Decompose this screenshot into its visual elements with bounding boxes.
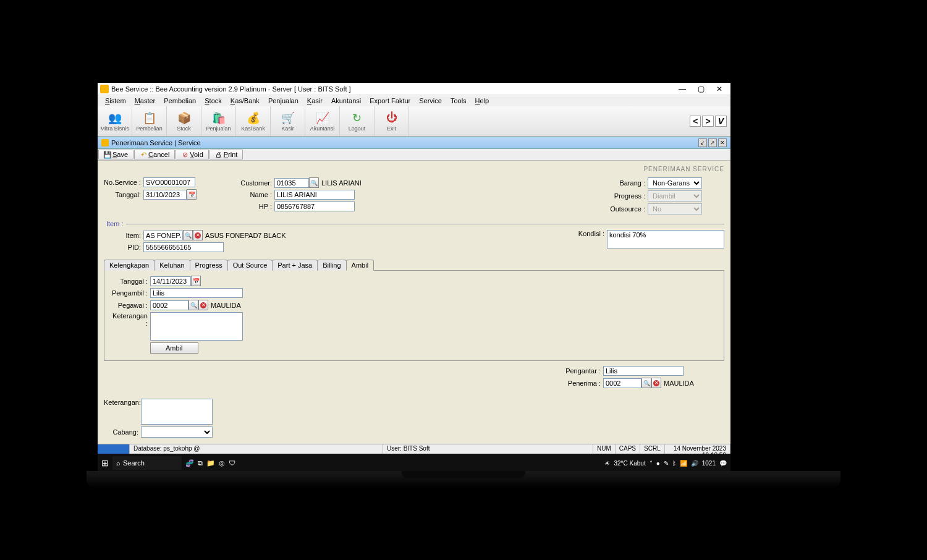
ambil-tanggal-input[interactable] [150, 276, 191, 286]
tab-billing[interactable]: Billing [317, 260, 346, 271]
pengambil-input[interactable] [150, 288, 243, 298]
menu-master[interactable]: Master [131, 96, 159, 105]
status-num: NUM [593, 444, 616, 454]
tray-chevron-icon[interactable]: ˄ [650, 460, 653, 467]
menu-pembelian[interactable]: Pembelian [160, 96, 200, 105]
explorer-icon[interactable]: 📁 [206, 459, 215, 467]
kondisi-textarea[interactable]: kondisi 70% [607, 230, 724, 248]
hp-input[interactable] [274, 202, 355, 211]
minimize-button[interactable]: — [674, 83, 691, 95]
search-icon[interactable]: 🔍 [309, 177, 319, 188]
pid-label: PID: [104, 244, 143, 251]
menu-service[interactable]: Service [415, 96, 446, 105]
tab-kelengkapan[interactable]: Kelengkapan [104, 260, 154, 271]
ambil-keterangan-textarea[interactable] [150, 312, 243, 341]
tool-logout[interactable]: ↻Logout [340, 106, 375, 136]
tab-ambil[interactable]: Ambil [346, 260, 375, 271]
tool-pembelian[interactable]: 📋Pembelian [132, 106, 167, 136]
barang-select[interactable]: Non-Garansi [648, 177, 702, 189]
nav-next-icon[interactable]: > [702, 116, 713, 127]
undo-icon: ↶ [140, 151, 147, 158]
tool-akuntansi[interactable]: 📈Akuntansi [305, 106, 340, 136]
status-database: Database: ps_tokohp @ [130, 444, 383, 454]
void-icon: ⊘ [181, 151, 188, 158]
tab-keluhan[interactable]: Keluhan [154, 260, 190, 271]
delete-icon: ✕ [653, 380, 659, 386]
save-button[interactable]: 💾Save [98, 150, 133, 159]
cancel-button[interactable]: ↶Cancel [134, 150, 175, 159]
tool-kasir[interactable]: 🛒Kasir [271, 106, 305, 136]
money-icon: 💰 [247, 111, 260, 125]
save-icon: 💾 [104, 151, 111, 158]
tab-panel-ambil: Tanggal :📅 Pengambil : Pegawai :🔍✕MAULID… [104, 270, 724, 361]
menu-export[interactable]: Export Faktur [366, 96, 414, 105]
taskbar-search[interactable]: ⌕Search [112, 456, 182, 470]
close-button[interactable]: ✕ [711, 83, 728, 95]
menu-kasir[interactable]: Kasir [303, 96, 326, 105]
pengantar-input[interactable] [603, 366, 684, 376]
nav-prev-icon[interactable]: < [690, 116, 701, 127]
footer-keterangan-label: Keterangan: [104, 399, 141, 406]
menu-akuntansi[interactable]: Akuntansi [328, 96, 365, 105]
customer-code-input[interactable] [274, 178, 309, 188]
volume-icon[interactable]: 🔊 [691, 460, 698, 467]
inner-max-icon[interactable]: ↗ [708, 138, 717, 147]
tool-stock[interactable]: 📦Stock [167, 106, 201, 136]
shield-icon[interactable]: 🛡 [229, 459, 235, 467]
notifications-icon[interactable]: 💬 [719, 460, 727, 467]
clear-penerima-button[interactable]: ✕ [651, 378, 661, 388]
menu-sistem[interactable]: Sistem [101, 96, 130, 105]
item-code-input[interactable] [143, 231, 183, 240]
menu-help[interactable]: Help [472, 96, 493, 105]
tool-exit[interactable]: ⏻Exit [375, 106, 409, 136]
cabang-select[interactable] [141, 426, 213, 438]
inner-window-titlebar: Penerimaan Service | Service ↙ ↗ ✕ [98, 137, 730, 149]
people-icon: 👥 [108, 111, 122, 125]
maximize-button[interactable]: ▢ [692, 83, 709, 95]
task-view-icon[interactable]: ⧉ [198, 459, 203, 467]
clear-item-button[interactable]: ✕ [193, 230, 203, 240]
tab-outsource[interactable]: Out Source [227, 260, 273, 271]
item-fieldset: Item : Item:🔍✕ASUS FONEPAD7 BLACK PID: K… [104, 220, 724, 254]
taskbar-app-icon[interactable]: 🧬 [185, 459, 194, 467]
tab-partjasa[interactable]: Part + Jasa [272, 260, 318, 271]
tool-kasbank[interactable]: 💰Kas/Bank [236, 106, 271, 136]
inner-close-icon[interactable]: ✕ [718, 138, 727, 147]
ambil-button[interactable]: Ambil [150, 342, 198, 354]
start-icon[interactable]: ⊞ [101, 458, 109, 468]
calendar-icon[interactable]: 📅 [187, 189, 197, 200]
search-icon[interactable]: 🔍 [641, 378, 651, 388]
nav-v-icon[interactable]: V [715, 116, 727, 127]
no-service-input[interactable] [143, 177, 195, 187]
penerima-code-input[interactable] [603, 378, 641, 388]
name-input[interactable] [274, 190, 355, 200]
print-button[interactable]: 🖨Print [210, 150, 243, 159]
menu-kasbank[interactable]: Kas/Bank [227, 96, 263, 105]
tool-penjualan[interactable]: 🛍️Penjualan [201, 106, 236, 136]
menu-tools[interactable]: Tools [447, 96, 470, 105]
chrome-icon[interactable]: ◎ [219, 459, 225, 467]
calendar-icon[interactable]: 📅 [191, 276, 201, 286]
tray-icon[interactable]: ✎ [664, 460, 669, 467]
pid-input[interactable] [143, 242, 224, 252]
progress-select: Diambil [648, 190, 702, 202]
footer-keterangan-textarea[interactable] [141, 399, 213, 425]
void-button[interactable]: ⊘Void [176, 150, 208, 159]
power-icon: ⏻ [385, 111, 399, 125]
search-icon[interactable]: 🔍 [188, 300, 198, 310]
barang-label: Barang : [607, 179, 648, 187]
tool-mitra-bisnis[interactable]: 👥Mitra Bisnis [98, 106, 132, 136]
tab-progress[interactable]: Progress [190, 260, 228, 271]
tray-icon[interactable]: ● [656, 460, 660, 467]
menu-stock[interactable]: Stock [201, 96, 226, 105]
menu-penjualan[interactable]: Penjualan [265, 96, 302, 105]
pegawai-code-input[interactable] [150, 300, 188, 310]
tanggal-input[interactable] [143, 190, 187, 200]
inner-min-icon[interactable]: ↙ [698, 138, 707, 147]
clear-pegawai-button[interactable]: ✕ [198, 300, 208, 310]
bluetooth-icon[interactable]: ᛒ [672, 460, 676, 467]
weather-icon[interactable]: ☀ [604, 460, 610, 467]
page-heading: PENERIMAAN SERVICE [104, 163, 724, 177]
search-icon[interactable]: 🔍 [183, 230, 193, 240]
wifi-icon[interactable]: 📶 [680, 460, 687, 467]
